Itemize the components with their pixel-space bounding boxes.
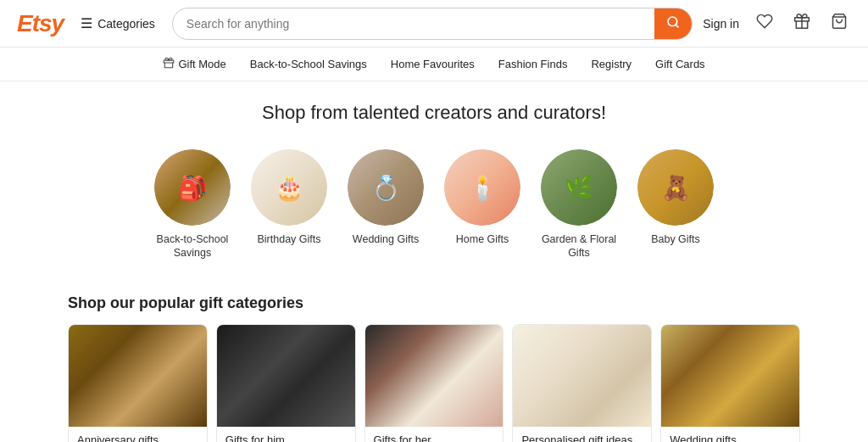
etsy-logo: Etsy [17,10,64,37]
card-label-wedding: Wedding gifts [661,427,799,443]
category-circle-back-to-school: 🎒 [154,149,231,226]
category-item-wedding-gifts[interactable]: 💍Wedding Gifts [348,149,424,246]
popular-card-anniversary[interactable]: Anniversary gifts [68,324,208,443]
nav-label-gift-cards: Gift Cards [655,58,705,70]
category-label-wedding-gifts: Wedding Gifts [353,232,419,246]
nav-item-gift-cards[interactable]: Gift Cards [647,54,714,74]
nav-item-home-favourites[interactable]: Home Favourites [382,54,483,74]
heart-icon [756,14,773,33]
header: Etsy ☰ Categories Sign in [0,0,868,48]
header-actions: Sign in [703,9,851,37]
cart-button[interactable] [827,9,851,37]
nav-label-back-to-school: Back-to-School Savings [250,58,367,70]
category-label-baby-gifts: Baby Gifts [651,232,700,246]
card-image-anniversary [69,325,207,427]
card-image-wedding [661,325,799,427]
category-circle-garden-floral: 🌿 [541,149,617,226]
popular-section-title: Shop our popular gift categories [68,294,800,312]
popular-card-gifts-for-her[interactable]: Gifts for her [364,324,504,443]
popular-card-personalised[interactable]: Personalised gift ideas [512,324,652,443]
category-label-back-to-school: Back-to-School Savings [154,232,231,260]
card-label-gifts-for-him: Gifts for him [217,427,355,443]
nav-label-home-favourites: Home Favourites [391,58,475,70]
category-item-birthday-gifts[interactable]: 🎂Birthday Gifts [251,149,327,246]
category-circle-home-gifts: 🕯️ [444,149,520,226]
category-item-garden-floral[interactable]: 🌿Garden & Floral Gifts [541,149,617,260]
gift-icon [793,14,810,33]
category-label-home-gifts: Home Gifts [456,232,509,246]
card-label-gifts-for-her: Gifts for her [365,427,504,443]
category-circle-wedding-gifts: 💍 [348,149,424,226]
cart-icon [831,14,848,33]
card-image-personalised [513,325,651,427]
nav-label-gift-mode: Gift Mode [178,58,225,70]
hero-title: Shop from talented creators and curators… [17,102,851,124]
search-button[interactable] [654,8,692,39]
popular-card-wedding[interactable]: Wedding gifts [660,324,800,443]
popular-section: Shop our popular gift categories Anniver… [0,277,868,443]
hero-section: Shop from talented creators and curators… [0,81,868,149]
search-icon [666,15,680,31]
card-label-personalised: Personalised gift ideas [513,427,651,443]
nav-item-gift-mode[interactable]: Gift Mode [154,53,234,75]
nav-item-registry[interactable]: Registry [582,54,640,74]
nav-label-fashion-finds: Fashion Finds [498,58,568,70]
search-input[interactable] [173,17,654,31]
svg-line-1 [676,25,678,27]
categories-label: Categories [97,17,155,31]
popular-grid: Anniversary giftsGifts for himGifts for … [68,324,800,443]
category-circle-birthday-gifts: 🎂 [251,149,327,226]
search-form [172,8,693,40]
categories-button[interactable]: ☰ Categories [74,12,162,35]
nav-item-back-to-school[interactable]: Back-to-School Savings [242,54,376,74]
card-image-gifts-for-him [217,325,355,427]
nav-item-fashion-finds[interactable]: Fashion Finds [490,54,576,74]
category-label-garden-floral: Garden & Floral Gifts [541,232,617,260]
category-item-home-gifts[interactable]: 🕯️Home Gifts [444,149,520,246]
popular-card-gifts-for-him[interactable]: Gifts for him [216,324,356,443]
category-circle-baby-gifts: 🧸 [637,149,714,226]
card-image-gifts-for-her [365,325,504,427]
gift-button[interactable] [790,9,814,37]
hamburger-icon: ☰ [81,15,92,31]
category-item-back-to-school[interactable]: 🎒Back-to-School Savings [154,149,231,260]
nav-bar: Gift ModeBack-to-School SavingsHome Favo… [0,48,868,81]
gift-mode-icon [163,57,175,71]
card-label-anniversary: Anniversary gifts [69,427,207,443]
nav-label-registry: Registry [591,58,632,70]
category-label-birthday-gifts: Birthday Gifts [257,232,320,246]
sign-in-link[interactable]: Sign in [703,17,739,31]
category-item-baby-gifts[interactable]: 🧸Baby Gifts [637,149,714,246]
wishlist-button[interactable] [753,9,776,37]
categories-row: 🎒Back-to-School Savings🎂Birthday Gifts💍W… [0,149,868,277]
